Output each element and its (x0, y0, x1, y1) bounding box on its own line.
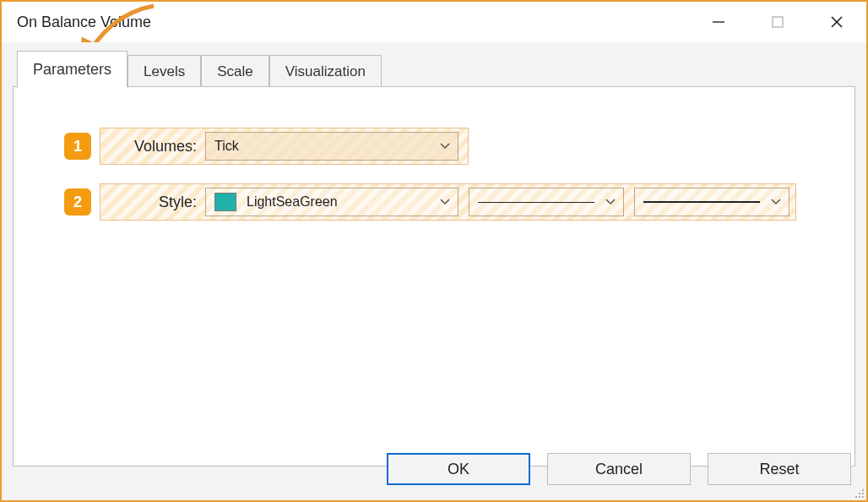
parameters-panel: 1 Volumes: Tick 2 Style: LightSeaGreen (13, 86, 855, 467)
color-swatch (214, 193, 236, 211)
chevron-down-icon (439, 140, 451, 152)
minimize-button[interactable] (689, 2, 748, 42)
highlight-style: Style: LightSeaGreen (100, 183, 796, 221)
maximize-icon (772, 16, 784, 28)
window-title: On Balance Volume (17, 14, 151, 31)
tab-scale[interactable]: Scale (201, 55, 269, 87)
style-linestyle-select[interactable] (469, 188, 624, 216)
chevron-down-icon (605, 196, 616, 208)
volumes-label: Volumes: (100, 138, 202, 156)
client-area: ParametersLevelsScaleVisualization 1 Vol… (2, 42, 866, 500)
svg-point-5 (859, 493, 860, 494)
style-linewidth-select[interactable] (634, 188, 789, 216)
reset-button[interactable]: Reset (708, 453, 851, 485)
tab-levels[interactable]: Levels (127, 55, 201, 87)
chevron-down-icon (770, 196, 782, 208)
param-row-volumes: 1 Volumes: Tick (64, 128, 824, 165)
cancel-button[interactable]: Cancel (547, 453, 691, 485)
tab-visualization[interactable]: Visualization (269, 55, 382, 87)
svg-point-8 (859, 496, 860, 498)
highlight-volumes: Volumes: Tick (100, 128, 469, 165)
style-color-select[interactable]: LightSeaGreen (205, 188, 458, 216)
chevron-down-icon (439, 196, 451, 208)
window-controls (689, 2, 866, 42)
svg-point-6 (862, 493, 864, 494)
svg-rect-1 (773, 17, 783, 27)
ok-button[interactable]: OK (387, 453, 530, 485)
maximize-button[interactable] (748, 2, 807, 42)
minimize-icon (711, 14, 726, 30)
volumes-value: Tick (214, 139, 239, 154)
close-icon (829, 14, 844, 30)
svg-point-7 (855, 496, 857, 498)
close-button[interactable] (807, 2, 866, 42)
style-label: Style: (100, 194, 202, 211)
resize-grip[interactable] (853, 487, 865, 499)
volumes-select[interactable]: Tick (205, 132, 458, 161)
line-style-preview (478, 202, 594, 203)
svg-point-4 (862, 489, 864, 491)
dialog-buttons: OK Cancel Reset (387, 453, 851, 485)
tab-strip: ParametersLevelsScaleVisualization (17, 51, 855, 86)
svg-point-9 (862, 496, 864, 498)
tab-parameters[interactable]: Parameters (17, 51, 127, 88)
annotation-badge-2: 2 (64, 188, 91, 216)
param-row-style: 2 Style: LightSeaGreen (64, 183, 824, 221)
style-color-name: LightSeaGreen (247, 194, 338, 210)
dialog-window: On Balance Volume ParametersLevelsScaleV… (0, 0, 868, 502)
titlebar: On Balance Volume (2, 2, 866, 42)
line-width-preview (643, 201, 760, 203)
annotation-badge-1: 1 (64, 133, 91, 160)
